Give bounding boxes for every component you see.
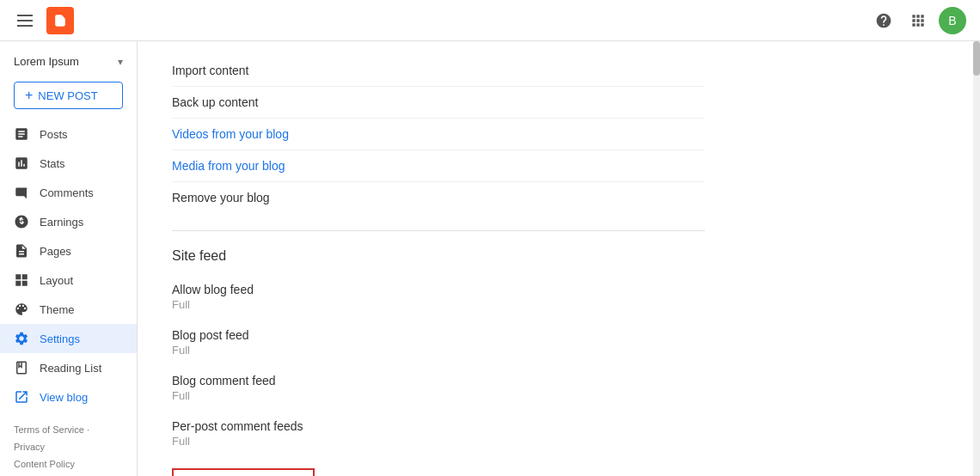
comments-icon xyxy=(14,185,29,200)
chevron-down-icon: ▾ xyxy=(118,56,123,68)
scrollbar-thumb[interactable] xyxy=(973,41,980,76)
main-container: Lorem Ipsum ▾ + NEW POST Posts Stats Com… xyxy=(0,41,980,476)
sidebar-item-pages[interactable]: Pages xyxy=(0,236,137,265)
earnings-icon xyxy=(14,214,29,229)
sidebar-item-settings-label: Settings xyxy=(40,333,80,345)
sidebar: Lorem Ipsum ▾ + NEW POST Posts Stats Com… xyxy=(0,41,138,476)
help-icon xyxy=(875,12,892,29)
topbar-left xyxy=(14,7,74,34)
sidebar-item-layout-label: Layout xyxy=(40,274,73,287)
terms-link[interactable]: Terms of Service xyxy=(14,424,84,435)
per-post-comment-feeds-row: Per-post comment feeds Full xyxy=(172,411,705,456)
content-area: Import content Back up content Videos fr… xyxy=(138,41,980,476)
import-export-section: Import content Back up content Videos fr… xyxy=(172,55,705,231)
remove-blog-item[interactable]: Remove your blog xyxy=(172,182,705,213)
hamburger-menu-icon[interactable] xyxy=(14,11,36,30)
blog-comment-feed-value: Full xyxy=(172,389,705,402)
sidebar-item-comments-label: Comments xyxy=(40,186,94,199)
sidebar-nav: Posts Stats Comments Earnings Pages Layo xyxy=(0,119,137,382)
blogger-logo-icon xyxy=(52,12,69,29)
privacy-link[interactable]: Privacy xyxy=(14,442,45,452)
avatar[interactable]: B xyxy=(939,7,966,34)
blogger-logo xyxy=(46,7,74,34)
topbar-right: B xyxy=(870,7,966,34)
settings-icon xyxy=(14,331,29,346)
pages-icon xyxy=(14,243,29,259)
sidebar-item-posts[interactable]: Posts xyxy=(0,119,137,149)
blog-comment-feed-label: Blog comment feed xyxy=(172,374,705,388)
help-icon-button[interactable] xyxy=(870,7,897,34)
sidebar-item-reading-list-label: Reading List xyxy=(40,362,101,375)
stats-icon xyxy=(14,156,29,171)
blog-post-feed-label: Blog post feed xyxy=(172,328,705,342)
sidebar-footer: Terms of Service · Privacy Content Polic… xyxy=(0,412,137,476)
sidebar-item-layout[interactable]: Layout xyxy=(0,265,137,295)
posts-icon xyxy=(14,126,29,142)
reading-list-icon xyxy=(14,360,29,375)
sidebar-item-reading-list[interactable]: Reading List xyxy=(0,353,137,382)
blog-post-feed-row: Blog post feed Full xyxy=(172,320,705,365)
post-feed-redirect-url-row[interactable]: Post feed redirect URL xyxy=(172,456,705,476)
sidebar-item-settings[interactable]: Settings xyxy=(0,324,137,353)
apps-icon-button[interactable] xyxy=(904,7,932,34)
allow-blog-feed-row: Allow blog feed Full xyxy=(172,274,705,320)
per-post-comment-feeds-value: Full xyxy=(172,435,705,448)
content-inner: Import content Back up content Videos fr… xyxy=(138,41,739,476)
post-feed-redirect-url-highlight[interactable]: Post feed redirect URL xyxy=(172,468,315,476)
view-blog-label: View blog xyxy=(40,391,88,404)
sidebar-item-posts-label: Posts xyxy=(40,128,68,141)
sidebar-item-earnings-label: Earnings xyxy=(40,216,83,229)
allow-blog-feed-value: Full xyxy=(172,298,705,311)
sidebar-item-stats-label: Stats xyxy=(40,157,65,170)
content-policy-link[interactable]: Content Policy xyxy=(14,459,75,469)
view-blog-icon xyxy=(14,389,29,405)
sidebar-item-stats[interactable]: Stats xyxy=(0,149,137,178)
scrollbar-track[interactable] xyxy=(973,41,980,476)
sidebar-item-earnings[interactable]: Earnings xyxy=(0,207,137,236)
blog-post-feed-value: Full xyxy=(172,344,705,357)
per-post-comment-feeds-label: Per-post comment feeds xyxy=(172,419,705,433)
site-feed-heading: Site feed xyxy=(172,248,705,264)
topbar: B xyxy=(0,0,980,41)
back-up-content-item[interactable]: Back up content xyxy=(172,87,705,119)
import-content-item[interactable]: Import content xyxy=(172,55,705,87)
sidebar-item-pages-label: Pages xyxy=(40,245,71,258)
media-from-blog-item[interactable]: Media from your blog xyxy=(172,150,705,182)
sidebar-item-view-blog[interactable]: View blog xyxy=(0,382,137,412)
allow-blog-feed-label: Allow blog feed xyxy=(172,283,705,296)
layout-icon xyxy=(14,272,29,288)
sidebar-item-theme-label: Theme xyxy=(40,303,74,316)
sidebar-item-theme[interactable]: Theme xyxy=(0,295,137,324)
videos-from-blog-item[interactable]: Videos from your blog xyxy=(172,119,705,150)
plus-icon: + xyxy=(25,88,33,103)
blog-selector-name: Lorem Ipsum xyxy=(14,55,79,68)
new-post-button[interactable]: + NEW POST xyxy=(14,82,123,109)
blog-selector[interactable]: Lorem Ipsum ▾ xyxy=(0,48,137,75)
theme-icon xyxy=(14,302,29,317)
sidebar-item-comments[interactable]: Comments xyxy=(0,178,137,207)
blog-comment-feed-row: Blog comment feed Full xyxy=(172,365,705,411)
apps-icon xyxy=(910,12,927,29)
